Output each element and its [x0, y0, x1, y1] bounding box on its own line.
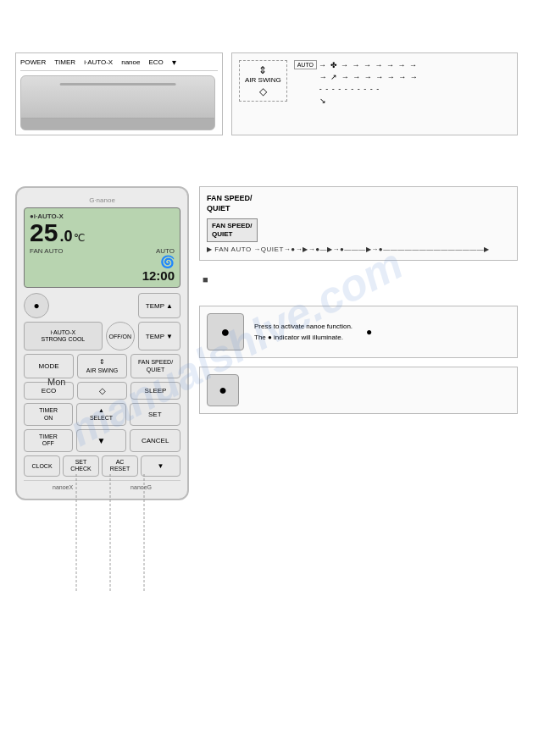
set-check-button[interactable]: SET CHECK [63, 455, 99, 477]
mon-indicator: Mon [47, 377, 65, 387]
nanoe-label: nanoe [121, 58, 140, 66]
air-swing-label: AIR SWING [245, 76, 281, 84]
top-arrows: → ✤ → → → → → → → [319, 61, 418, 69]
fan-speed-quiet-button[interactable]: FAN SPEED/ QUIET [130, 354, 180, 378]
nanoe-desc-line2: The ● indicator will illuminate. [254, 332, 353, 344]
screen-icons-row: 🌀 [30, 255, 175, 268]
nanoe-content-row: ● Press to activate nanoe function. The … [207, 313, 510, 350]
nanoe-bottom-section: ● [199, 367, 518, 414]
time-display: 12:00 [30, 268, 175, 283]
fan-speed-label: FAN SPEED/ QUIET [207, 194, 510, 213]
select-up-button[interactable]: ▲ SELECT [76, 403, 125, 426]
temperature-display: 25 [30, 220, 58, 246]
timer-label: TIMER [54, 58, 75, 66]
fan-auto-row: FAN AUTO AUTO [30, 247, 175, 255]
nanoe-desc-line1: Press to activate nanoe function. [254, 321, 353, 333]
lower-arrows: - - - - - - - - - - [319, 85, 380, 93]
mid-arrows: → ↗ → → → → → → → [319, 73, 419, 81]
callout-lines-svg [25, 474, 195, 601]
off-on-button[interactable]: OFF/ON [106, 322, 135, 350]
air-swing-diagram: ⇕ AIR SWING ◇ AUTO → ✤ → → → → → → → → ↗… [231, 52, 518, 135]
nanoe-button-image: ● [207, 313, 244, 350]
iauto-x-label: i·AUTO-X [84, 58, 113, 66]
nanoe-description: Press to activate nanoe function. The ● … [254, 321, 353, 344]
btn-row-2: i·AUTO-X STRONG COOL OFF/ON TEMP ▼ [24, 322, 180, 350]
note-area: ■ [199, 269, 518, 291]
iauto-x-button[interactable]: i·AUTO-X STRONG COOL [24, 322, 103, 350]
nanoe-section: ● Press to activate nanoe function. The … [199, 306, 518, 358]
diamond-button[interactable]: ◇ [77, 382, 127, 400]
btn-row-7: CLOCK SET CHECK AC RESET ▼ [24, 455, 180, 477]
fan-speed-diagram: FAN SPEED/ QUIET ▶ FAN AUTO →QUIET→●→▶→●… [207, 218, 510, 252]
temp-decimal: .0 [59, 228, 72, 246]
ac-icons-row: POWER TIMER i·AUTO-X nanoe ECO ▾ [20, 58, 218, 71]
swing-arrows-area: AUTO → ✤ → → → → → → → → ↗ → → → → → → →… [294, 60, 510, 105]
nanoe-button[interactable]: ● [24, 293, 49, 318]
right-panel: FAN SPEED/ QUIET FAN SPEED/ QUIET ▶ FAN … [199, 186, 518, 500]
ac-unit-box: POWER TIMER i·AUTO-X nanoe ECO ▾ [15, 52, 223, 135]
timer-on-button[interactable]: TIMER ON [24, 403, 73, 426]
btn-row-5: TIMER ON ▲ SELECT SET [24, 403, 180, 426]
fan-speed-btn-label: FAN SPEED/ QUIET [207, 218, 258, 241]
temp-down-button[interactable]: TEMP ▼ [138, 322, 180, 350]
auto-label-badge: AUTO [294, 60, 317, 69]
fan-arrows-diagram: ▶ FAN AUTO →QUIET→●→▶→●—▶→●———▶→●———————… [207, 246, 490, 253]
btn-row-1: ● TEMP ▲ [24, 293, 180, 318]
remote-screen: ●i·AUTO-X 25 .0 ℃ FAN AUTO AUTO 🌀 12:00 [24, 207, 180, 288]
btn-row-3: MODE ⇕AIR SWING FAN SPEED/ QUIET [24, 354, 180, 378]
wifi-icon: ▾ [172, 58, 176, 67]
temp-unit: ℃ [74, 232, 85, 244]
sleep-button[interactable]: SLEEP [130, 382, 180, 400]
top-section: POWER TIMER i·AUTO-X nanoe ECO ▾ ⇕ AIR S… [15, 52, 518, 135]
nanoe-small-symbol: ● [219, 383, 227, 398]
nanoe-small-btn: ● [207, 374, 239, 406]
bottom-arrows: ↘ [319, 97, 327, 105]
air-swing-box: ⇕ AIR SWING ◇ [239, 60, 287, 102]
select-down-button[interactable]: ▼ [76, 429, 127, 452]
remote-control: G·nanoe ●i·AUTO-X 25 .0 ℃ FAN AUTO AUTO … [15, 186, 189, 500]
btn-row-6: TIMER OFF ▼ CANCEL [24, 429, 180, 452]
clock-button[interactable]: CLOCK [24, 455, 60, 477]
remote-brand: G·nanoe [24, 196, 180, 204]
ac-unit-image [20, 75, 215, 130]
power-label: POWER [20, 58, 46, 66]
nanoe-note-symbol: ● [366, 326, 372, 338]
ac-reset-button[interactable]: AC RESET [102, 455, 138, 477]
set-button[interactable]: SET [130, 403, 180, 426]
nanoe-btn-symbol: ● [221, 323, 230, 341]
timer-off-button[interactable]: TIMER OFF [24, 429, 73, 452]
fan-speed-section: FAN SPEED/ QUIET FAN SPEED/ QUIET ▶ FAN … [199, 186, 518, 261]
air-swing-button[interactable]: ⇕AIR SWING [77, 354, 127, 378]
eco-label: ECO [148, 58, 163, 66]
cancel-button[interactable]: CANCEL [130, 429, 180, 452]
wifi-button[interactable]: ▼ [141, 455, 180, 477]
middle-section: G·nanoe ●i·AUTO-X 25 .0 ℃ FAN AUTO AUTO … [15, 186, 518, 500]
mode-button[interactable]: MODE [24, 354, 74, 378]
temp-up-button[interactable]: TEMP ▲ [138, 293, 180, 318]
